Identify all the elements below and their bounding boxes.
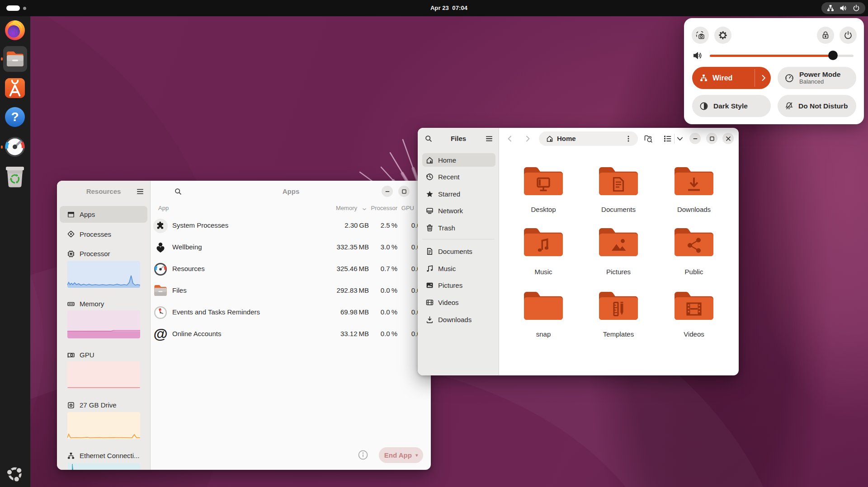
- svg-text:?: ?: [11, 110, 19, 124]
